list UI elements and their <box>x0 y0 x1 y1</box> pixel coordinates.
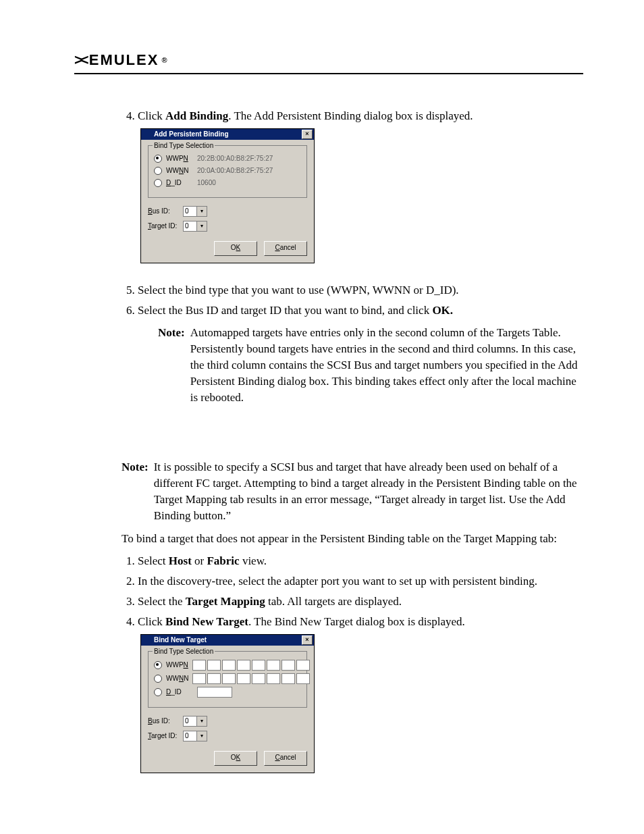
add-persistent-binding-dialog: Add Persistent Binding × Bind Type Selec… <box>140 128 315 263</box>
dialog-titlebar: Bind New Target × <box>141 635 314 646</box>
bus-id-input[interactable] <box>183 206 196 217</box>
target-id-field: Target ID: ▾ <box>148 731 307 741</box>
radio-did[interactable]: D_ID <box>154 687 301 698</box>
bus-id-combo[interactable]: ▾ <box>183 716 207 727</box>
wwpn-input-segments[interactable] <box>192 660 310 671</box>
radio-icon <box>154 675 162 683</box>
target-id-field: Target ID: ▾ <box>148 221 307 232</box>
wwpn-value: 20:2B:00:A0:B8:2F:75:27 <box>197 154 273 163</box>
ok-button[interactable]: OK <box>214 241 257 256</box>
close-icon[interactable]: × <box>302 130 313 139</box>
bus-id-field: Bus ID: ▾ <box>148 716 307 727</box>
bind-intro-paragraph: To bind a target that does not appear in… <box>122 531 583 547</box>
wwnn-value: 20:0A:00:A0:B8:2F:75:27 <box>197 166 273 176</box>
radio-icon <box>154 688 162 696</box>
radio-icon <box>154 179 162 187</box>
radio-wwpn[interactable]: WWPN 20:2B:00:A0:B8:2F:75:27 <box>154 154 301 163</box>
bus-id-field: Bus ID: ▾ <box>148 206 307 217</box>
group-title: Bind Type Selection <box>153 647 215 656</box>
logo-glyph: >< <box>74 51 86 69</box>
step2-2: In the discovery-tree, select the adapte… <box>138 573 583 590</box>
ok-button[interactable]: OK <box>214 751 257 766</box>
did-input[interactable] <box>197 687 232 698</box>
radio-wwnn[interactable]: WWNN 20:0A:00:A0:B8:2F:75:27 <box>154 166 301 176</box>
chevron-down-icon[interactable]: ▾ <box>196 221 207 232</box>
wwnn-input-segments[interactable] <box>192 673 310 684</box>
steps-list-1: Click Add Binding. The Add Persistent Bi… <box>122 108 583 405</box>
emulex-logo: >< EMULEX® <box>74 51 583 69</box>
did-value: 10600 <box>197 178 216 188</box>
chevron-down-icon[interactable]: ▾ <box>196 206 207 217</box>
cancel-button[interactable]: Cancel <box>264 751 307 766</box>
page-header: >< EMULEX® <box>74 51 583 74</box>
step2-4: Click Bind New Target. The Bind New Targ… <box>138 614 583 773</box>
bus-id-combo[interactable]: ▾ <box>183 206 207 217</box>
chevron-down-icon[interactable]: ▾ <box>196 716 207 727</box>
step2-1: Select Host or Fabric view. <box>138 553 583 569</box>
note-2: Note: It is possible to specify a SCSI b… <box>122 459 583 523</box>
radio-wwnn[interactable]: WWNN <box>154 673 301 684</box>
step-4: Click Add Binding. The Add Persistent Bi… <box>138 108 583 263</box>
group-title: Bind Type Selection <box>153 141 215 151</box>
logo-text: EMULEX <box>89 51 159 69</box>
bus-id-input[interactable] <box>183 716 196 727</box>
dialog-icon <box>144 635 152 642</box>
chevron-down-icon[interactable]: ▾ <box>196 731 207 741</box>
cancel-button[interactable]: Cancel <box>264 241 307 256</box>
bind-new-target-dialog: Bind New Target × Bind Type Selection WW… <box>140 634 315 773</box>
target-id-combo[interactable]: ▾ <box>183 731 207 741</box>
steps-list-2: Select Host or Fabric view. In the disco… <box>122 553 583 773</box>
target-id-input[interactable] <box>183 221 196 232</box>
dialog-icon <box>144 130 152 136</box>
radio-wwpn[interactable]: WWPN <box>154 660 301 671</box>
target-id-input[interactable] <box>183 731 196 741</box>
target-id-combo[interactable]: ▾ <box>183 221 207 232</box>
radio-icon <box>154 661 162 669</box>
radio-icon <box>154 167 162 175</box>
step-5: Select the bind type that you want to us… <box>138 282 583 298</box>
dialog-title: Add Persistent Binding <box>154 130 229 138</box>
radio-icon <box>154 155 162 163</box>
dialog-titlebar: Add Persistent Binding × <box>141 129 314 140</box>
bind-type-selection-group: Bind Type Selection WWPN <box>148 651 307 708</box>
close-icon[interactable]: × <box>302 635 313 645</box>
radio-did[interactable]: D_ID 10600 <box>154 178 301 188</box>
registered-mark: ® <box>161 56 168 64</box>
step2-3: Select the Target Mapping tab. All targe… <box>138 594 583 610</box>
dialog-title: Bind New Target <box>154 636 207 644</box>
step-6: Select the Bus ID and target ID that you… <box>138 303 583 406</box>
note-1: Note: Automapped targets have entries on… <box>158 325 583 405</box>
bind-type-selection-group: Bind Type Selection WWPN 20:2B:00:A0:B8:… <box>148 145 307 198</box>
